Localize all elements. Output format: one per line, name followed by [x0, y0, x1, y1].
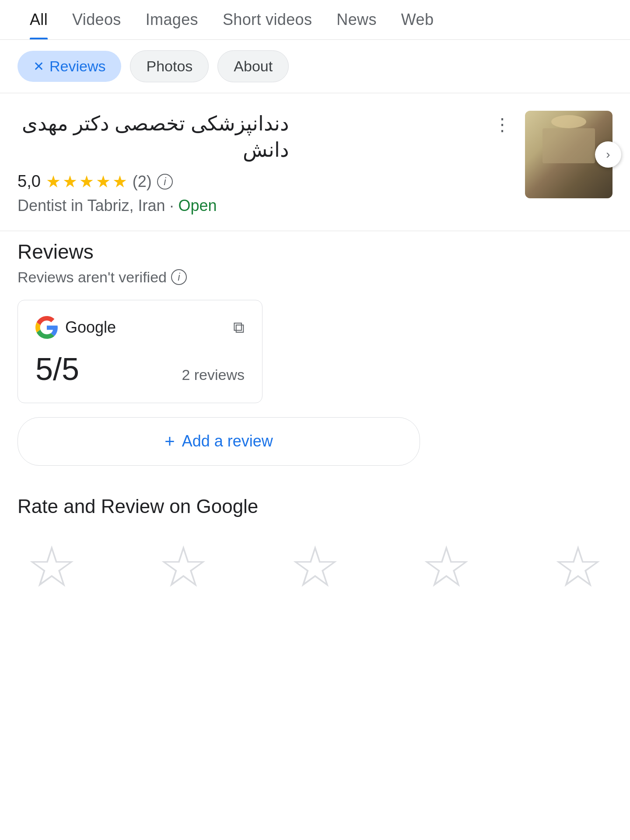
card-top-right: ⋮ › — [486, 111, 612, 198]
reviews-info-icon[interactable]: i — [171, 269, 187, 285]
filter-pills: ✕ Reviews Photos About — [0, 40, 630, 93]
google-review-header: Google ⧉ — [35, 316, 245, 339]
rating-star-4[interactable]: ☆ — [421, 538, 472, 595]
open-status: Open — [178, 197, 217, 214]
google-g-logo — [35, 316, 58, 339]
star-rating-row: ☆ ☆ ☆ ☆ ☆ — [18, 538, 612, 595]
image-next-arrow[interactable]: › — [595, 141, 621, 168]
reviews-filter-pill[interactable]: ✕ Reviews — [18, 51, 121, 82]
star-2: ★ — [63, 172, 77, 191]
google-score: 5/5 — [35, 351, 79, 387]
tab-all[interactable]: All — [18, 0, 60, 39]
tab-short-videos[interactable]: Short videos — [210, 0, 324, 39]
rating-row: 5,0 ★ ★ ★ ★ ★ (2) i — [18, 172, 486, 191]
rating-star-1[interactable]: ☆ — [26, 538, 77, 595]
google-logo-row: Google — [35, 316, 116, 339]
tab-news[interactable]: News — [324, 0, 388, 39]
reviews-subtitle-text: Reviews aren't verified — [18, 269, 167, 286]
reviews-section: Reviews Reviews aren't verified i Google… — [0, 231, 630, 496]
close-icon: ✕ — [33, 59, 44, 74]
tab-web[interactable]: Web — [389, 0, 446, 39]
rate-and-review-title: Rate and Review on Google — [18, 496, 612, 517]
separator: · — [170, 197, 178, 214]
rating-star-5[interactable]: ☆ — [553, 538, 604, 595]
reviews-pill-label: Reviews — [49, 58, 105, 75]
tab-images[interactable]: Images — [133, 0, 210, 39]
star-3: ★ — [79, 172, 94, 191]
business-info: دندانپزشکی تخصصی دکتر مهدی دانش 5,0 ★ ★ … — [18, 111, 486, 215]
photos-pill-label: Photos — [146, 58, 192, 75]
google-review-card: Google ⧉ 5/5 2 reviews — [18, 300, 262, 403]
add-review-label: Add a review — [182, 432, 273, 450]
rating-number: 5,0 — [18, 172, 41, 191]
stars-filled: ★ ★ ★ ★ ★ — [46, 172, 127, 191]
tab-videos[interactable]: Videos — [60, 0, 133, 39]
star-5: ★ — [112, 172, 127, 191]
business-type: Dentist in Tabriz, Iran · Open — [18, 197, 486, 215]
star-4: ★ — [96, 172, 111, 191]
score-row: 5/5 2 reviews — [35, 351, 245, 387]
about-filter-pill[interactable]: About — [217, 50, 289, 82]
google-label: Google — [65, 318, 116, 337]
reviews-subtitle: Reviews aren't verified i — [18, 269, 612, 286]
more-options-icon[interactable]: ⋮ — [486, 111, 518, 138]
rating-star-3[interactable]: ☆ — [290, 538, 341, 595]
chevron-right-icon: › — [606, 148, 610, 162]
info-icon[interactable]: i — [157, 174, 173, 190]
rating-star-2[interactable]: ☆ — [158, 538, 209, 595]
business-type-text: Dentist in Tabriz, Iran — [18, 197, 165, 214]
business-card: دندانپزشکی تخصصی دکتر مهدی دانش 5,0 ★ ★ … — [0, 93, 630, 231]
star-1: ★ — [46, 172, 61, 191]
plus-icon: + — [164, 432, 175, 451]
search-tabs: All Videos Images Short videos News Web — [0, 0, 630, 40]
about-pill-label: About — [234, 58, 273, 75]
rate-and-review-section: Rate and Review on Google ☆ ☆ ☆ ☆ ☆ — [0, 496, 630, 595]
google-review-count: 2 reviews — [182, 366, 245, 383]
external-link-icon[interactable]: ⧉ — [233, 318, 245, 337]
add-review-button[interactable]: + Add a review — [18, 417, 420, 466]
photos-filter-pill[interactable]: Photos — [130, 50, 209, 82]
business-name: دندانپزشکی تخصصی دکتر مهدی دانش — [18, 111, 289, 163]
reviews-section-title: Reviews — [18, 240, 612, 264]
review-count: (2) — [133, 172, 152, 191]
business-image-container: › — [525, 111, 612, 198]
